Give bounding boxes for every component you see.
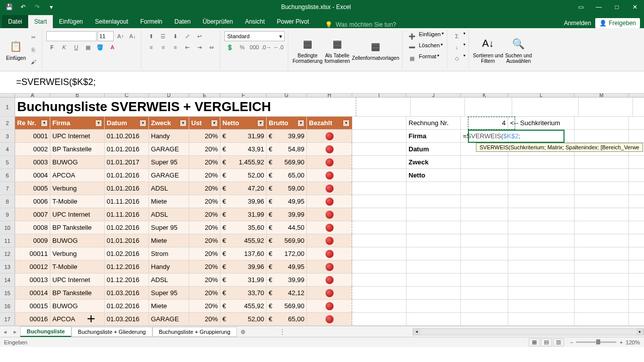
- zoom-out-icon[interactable]: −: [570, 339, 573, 345]
- tab-data[interactable]: Daten: [169, 15, 197, 28]
- qat-customize-icon[interactable]: ▾: [45, 2, 57, 13]
- merge-icon[interactable]: ⇔: [206, 42, 217, 52]
- align-left-icon[interactable]: ≡: [145, 42, 156, 52]
- fill-icon[interactable]: ↓: [451, 42, 462, 52]
- row-header[interactable]: 7: [0, 182, 15, 195]
- align-bottom-icon[interactable]: ⬇: [170, 31, 181, 41]
- tab-start[interactable]: Start: [28, 15, 53, 28]
- zoom-in-icon[interactable]: +: [619, 339, 622, 345]
- orientation-icon[interactable]: ⤢: [182, 31, 193, 41]
- row-header[interactable]: 3: [0, 130, 15, 142]
- horizontal-scrollbar[interactable]: ◂ ▸: [413, 328, 644, 335]
- row-header[interactable]: 2: [0, 117, 15, 129]
- tab-layout[interactable]: Seitenlayout: [89, 15, 134, 28]
- sort-filter-button[interactable]: A↓Sortieren und Filtern: [473, 36, 503, 64]
- filter-dropdown-icon[interactable]: ▾: [257, 120, 264, 127]
- find-select-button[interactable]: 🔍Suchen und Auswählen: [505, 36, 532, 64]
- sheet-tab-1[interactable]: Buchungsliste: [20, 326, 71, 337]
- row-header[interactable]: 4: [0, 143, 15, 155]
- underline-button[interactable]: U: [70, 42, 82, 52]
- tab-file[interactable]: Datei: [2, 15, 28, 28]
- sheet-nav-left-icon[interactable]: ◂: [0, 328, 10, 335]
- filter-dropdown-icon[interactable]: ▾: [41, 120, 48, 127]
- font-color-icon[interactable]: A: [107, 42, 118, 52]
- sheet-nav-right-icon[interactable]: ▸: [10, 328, 20, 335]
- tab-view[interactable]: Ansicht: [239, 15, 271, 28]
- font-size-input[interactable]: [98, 31, 114, 41]
- align-top-icon[interactable]: ⬆: [145, 31, 156, 41]
- scroll-left-icon[interactable]: ◂: [413, 329, 420, 335]
- tell-me-search[interactable]: 💡 Was möchten Sie tun?: [315, 21, 564, 28]
- format-cells-icon[interactable]: ▦: [407, 53, 418, 63]
- page-break-view-icon[interactable]: ▥: [553, 338, 564, 346]
- decrease-indent-icon[interactable]: ⇤: [182, 42, 193, 52]
- format-as-table-button[interactable]: ▦Als Tabelle formatieren: [325, 36, 350, 64]
- decrease-decimal-icon[interactable]: ←.0: [273, 42, 284, 52]
- insert-cells-icon[interactable]: ➕: [407, 31, 418, 41]
- cell-styles-button[interactable]: ▦Zellenformatvorlagen: [352, 38, 399, 61]
- row-header[interactable]: 5: [0, 156, 15, 168]
- border-icon[interactable]: ▦: [83, 42, 94, 52]
- tab-powerpivot[interactable]: Power Pivot: [271, 15, 315, 28]
- conditional-formatting-button[interactable]: ▦Bedingte Formatierung: [292, 36, 322, 64]
- side-label-rechnung[interactable]: Rechnung Nr.: [407, 117, 461, 129]
- autosum-icon[interactable]: Σ: [451, 31, 462, 41]
- row-header[interactable]: 10: [0, 221, 15, 234]
- fill-color-icon[interactable]: 🪣: [95, 42, 106, 52]
- scroll-right-icon[interactable]: ▸: [636, 329, 643, 335]
- row-header[interactable]: 8: [0, 195, 15, 208]
- row-header[interactable]: 11: [0, 234, 15, 247]
- zoom-level[interactable]: 120%: [626, 339, 640, 345]
- row-header[interactable]: 14: [0, 274, 15, 286]
- normal-view-icon[interactable]: ▦: [529, 338, 540, 346]
- currency-icon[interactable]: 💲: [224, 42, 235, 52]
- undo-icon[interactable]: ↶: [17, 2, 29, 13]
- row-header[interactable]: 6: [0, 169, 15, 182]
- save-icon[interactable]: 💾: [3, 2, 15, 13]
- align-right-icon[interactable]: ≡: [170, 42, 181, 52]
- paste-button[interactable]: 📋 Einfügen: [6, 38, 26, 61]
- side-hint[interactable]: <-- Suchkriterium: [508, 117, 575, 129]
- row-header[interactable]: 17: [0, 313, 15, 325]
- maximize-icon[interactable]: □: [608, 0, 626, 14]
- row-header[interactable]: 16: [0, 300, 15, 312]
- row-header[interactable]: 1: [0, 98, 15, 116]
- font-name-input[interactable]: [46, 31, 97, 41]
- clear-icon[interactable]: ◇: [451, 53, 462, 63]
- filter-dropdown-icon[interactable]: ▾: [95, 120, 102, 127]
- filter-dropdown-icon[interactable]: ▾: [180, 120, 187, 127]
- row-header[interactable]: 13: [0, 260, 15, 273]
- add-sheet-icon[interactable]: ⊕: [237, 328, 249, 335]
- column-headers[interactable]: ABCD EFGH IJKLM: [0, 94, 644, 98]
- tab-review[interactable]: Überprüfen: [197, 15, 239, 28]
- percent-icon[interactable]: %: [236, 42, 248, 52]
- increase-indent-icon[interactable]: ⇥: [194, 42, 205, 52]
- wrap-text-icon[interactable]: ↩: [194, 31, 205, 41]
- cut-icon[interactable]: ✂: [28, 33, 39, 43]
- formula-input[interactable]: =SVERWEIS($K$2;: [12, 77, 640, 87]
- bold-button[interactable]: F: [46, 42, 57, 52]
- zoom-slider[interactable]: [576, 341, 616, 343]
- filter-dropdown-icon[interactable]: ▾: [211, 120, 218, 127]
- filter-dropdown-icon[interactable]: ▾: [343, 120, 350, 127]
- format-painter-icon[interactable]: 🖌: [28, 57, 39, 67]
- close-icon[interactable]: ✕: [626, 0, 644, 14]
- tab-insert[interactable]: Einfügen: [53, 15, 89, 28]
- increase-decimal-icon[interactable]: .0→: [261, 42, 272, 52]
- row-header[interactable]: 9: [0, 208, 15, 221]
- align-middle-icon[interactable]: ☰: [157, 31, 169, 41]
- number-format-select[interactable]: Standard▾: [224, 31, 285, 41]
- share-button[interactable]: 👤 Freigeben: [595, 18, 640, 28]
- minimize-icon[interactable]: —: [590, 0, 608, 14]
- filter-dropdown-icon[interactable]: ▾: [139, 120, 146, 127]
- comma-icon[interactable]: 000: [249, 42, 260, 52]
- shrink-font-icon[interactable]: A↓: [127, 31, 138, 41]
- align-center-icon[interactable]: ≡: [157, 42, 169, 52]
- sheet-tab-2[interactable]: Buchungsliste + Gliederung: [71, 327, 152, 337]
- tab-formulas[interactable]: Formeln: [134, 15, 169, 28]
- row-header[interactable]: 12: [0, 247, 15, 260]
- signin-link[interactable]: Anmelden: [564, 20, 591, 27]
- grow-font-icon[interactable]: A↑: [115, 31, 126, 41]
- row-header[interactable]: 15: [0, 287, 15, 299]
- sheet-tab-3[interactable]: Buchungsliste + Gruppierung: [152, 327, 237, 337]
